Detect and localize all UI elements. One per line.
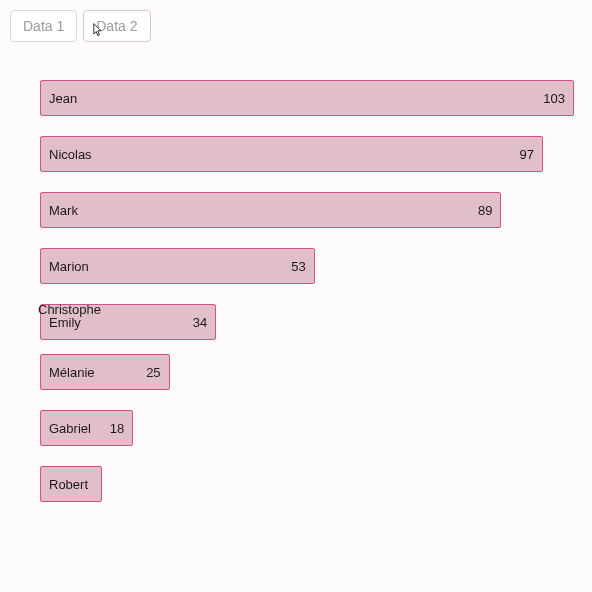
bar-label: Mark — [49, 203, 78, 218]
bar-mark: Mark89 — [40, 192, 501, 228]
bar-label: Marion — [49, 259, 89, 274]
bar-label: Robert — [49, 477, 88, 492]
bar-m-lanie: Mélanie25 — [40, 354, 170, 390]
bar-robert: Robert — [40, 466, 102, 502]
bar-label: Nicolas — [49, 147, 92, 162]
bar-value: 97 — [519, 147, 533, 162]
bar-value: 18 — [110, 421, 124, 436]
bar-value: 34 — [193, 315, 207, 330]
bar-value: 25 — [146, 365, 160, 380]
bar-gabriel: Gabriel18 — [40, 410, 133, 446]
bar-label: Gabriel — [49, 421, 91, 436]
bar-value: 103 — [543, 91, 565, 106]
tab-bar: Data 1 Data 2 — [10, 10, 582, 42]
bar-emily: Emily34 — [40, 304, 216, 340]
bar-label: Emily — [49, 315, 81, 330]
bar-value: 53 — [291, 259, 305, 274]
tab-data-2[interactable]: Data 2 — [83, 10, 150, 42]
bar-marion: Marion53 — [40, 248, 315, 284]
bar-label: Jean — [49, 91, 77, 106]
tab-data-1[interactable]: Data 1 — [10, 10, 77, 42]
bar-nicolas: Nicolas97 — [40, 136, 543, 172]
bar-chart: Jean103Nicolas97Mark89Marion53Emily34Mél… — [40, 80, 574, 502]
bar-label: Mélanie — [49, 365, 95, 380]
bar-jean: Jean103 — [40, 80, 574, 116]
bar-value: 89 — [478, 203, 492, 218]
